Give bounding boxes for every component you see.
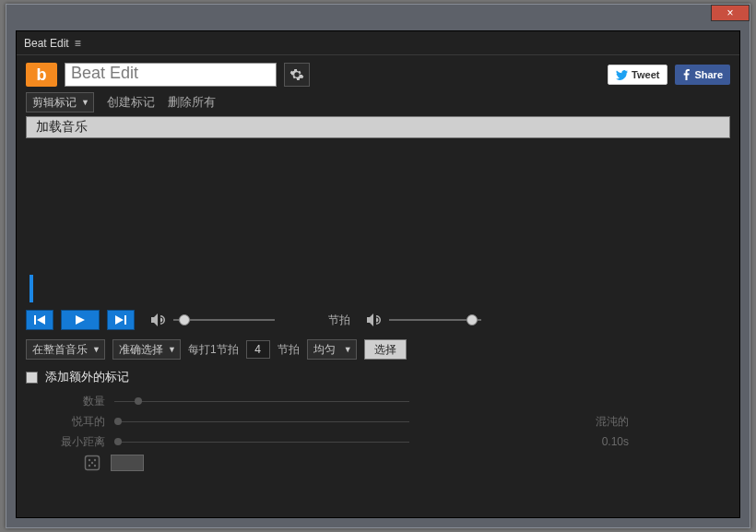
title-input[interactable]: Beat Edit (65, 63, 277, 87)
min-distance-label: 最小距离 (26, 434, 105, 450)
beat-volume-slider[interactable] (389, 311, 481, 329)
logo-icon: b (26, 63, 57, 87)
marker-controls-row: 剪辑标记 创建标记 删除所有 (17, 92, 739, 116)
min-distance-row: 最小距离 0.10s (26, 432, 730, 452)
precision-select[interactable]: 准确选择 (112, 339, 181, 360)
skip-end-icon (115, 315, 126, 325)
quantity-row: 数量 (26, 391, 730, 411)
chaotic-label: 混沌的 (596, 414, 629, 430)
color-swatch[interactable] (111, 455, 144, 471)
svg-point-4 (89, 465, 90, 467)
svg-point-3 (91, 462, 93, 464)
min-distance-value: 0.10s (602, 435, 629, 448)
every-beat-value[interactable]: 4 (246, 340, 270, 359)
panel-menu-icon[interactable]: ≡ (75, 37, 81, 50)
window-buttons: × (711, 5, 750, 21)
play-icon (76, 315, 85, 325)
volume-slider[interactable] (173, 311, 275, 329)
even-label: 均匀 (313, 342, 336, 358)
quantity-label: 数量 (26, 394, 105, 409)
selection-row: 在整首音乐 准确选择 每打1节拍 4 节拍 均匀 选择 (17, 339, 739, 369)
extra-markers-section: 添加额外的标记 数量 悦耳的 混沌的 最小距离 0.10s (17, 369, 739, 472)
create-markers-button[interactable]: 创建标记 (107, 94, 155, 111)
precision-label: 准确选择 (119, 342, 163, 358)
facebook-icon (682, 69, 691, 80)
quantity-slider[interactable] (114, 395, 409, 408)
playhead-indicator (30, 275, 33, 302)
delete-all-button[interactable]: 删除所有 (168, 94, 216, 111)
tweet-button[interactable]: Tweet (608, 65, 667, 85)
choose-button[interactable]: 选择 (364, 339, 407, 360)
twitter-icon (616, 70, 628, 80)
pleasant-label: 悦耳的 (26, 414, 105, 430)
every-beat-suffix: 节拍 (278, 342, 300, 358)
even-select[interactable]: 均匀 (307, 339, 357, 360)
panel-title: Beat Edit (24, 37, 69, 50)
share-button[interactable]: Share (675, 65, 730, 85)
pleasant-row: 悦耳的 混沌的 (26, 411, 730, 432)
scope-label: 在整首音乐 (32, 342, 88, 358)
svg-point-1 (89, 459, 90, 461)
skip-start-icon (34, 315, 45, 325)
play-button[interactable] (61, 310, 100, 330)
app-panel: Beat Edit ≡ b Beat Edit Tweet (16, 30, 740, 518)
extra-markers-toggle-row: 添加额外的标记 (26, 369, 730, 385)
marker-type-label: 剪辑标记 (32, 95, 77, 111)
beat-volume-icon (367, 313, 382, 326)
randomize-row (26, 452, 730, 472)
scope-select[interactable]: 在整首音乐 (26, 339, 105, 360)
pleasant-chaotic-slider[interactable] (114, 415, 409, 428)
settings-button[interactable] (284, 63, 310, 87)
extra-markers-title: 添加额外的标记 (45, 369, 129, 385)
dice-icon (84, 455, 100, 471)
marker-type-select[interactable]: 剪辑标记 (26, 92, 94, 112)
every-beat-prefix: 每打1节拍 (188, 342, 239, 358)
svg-point-2 (94, 459, 96, 461)
gear-icon (289, 67, 304, 82)
volume-icon (151, 313, 166, 326)
extra-markers-checkbox[interactable] (26, 372, 38, 384)
waveform-area[interactable] (26, 146, 730, 302)
load-row: 加载音乐 (17, 116, 739, 146)
panel-title-bar: Beat Edit ≡ (17, 31, 739, 55)
min-distance-slider[interactable] (114, 435, 409, 448)
tweet-label: Tweet (632, 69, 659, 80)
skip-start-button[interactable] (26, 310, 53, 330)
load-music-button[interactable]: 加载音乐 (26, 116, 730, 138)
window-frame: × Beat Edit ≡ b Beat Edit Tweet (6, 4, 750, 528)
window-close-button[interactable]: × (711, 5, 750, 21)
svg-point-5 (94, 465, 96, 467)
randomize-button[interactable] (83, 454, 101, 472)
skip-end-button[interactable] (107, 310, 135, 330)
header-row: b Beat Edit Tweet Share (17, 55, 739, 92)
playback-row: 节拍 (17, 310, 739, 339)
beat-volume-label: 节拍 (328, 313, 350, 328)
share-label: Share (694, 69, 723, 80)
